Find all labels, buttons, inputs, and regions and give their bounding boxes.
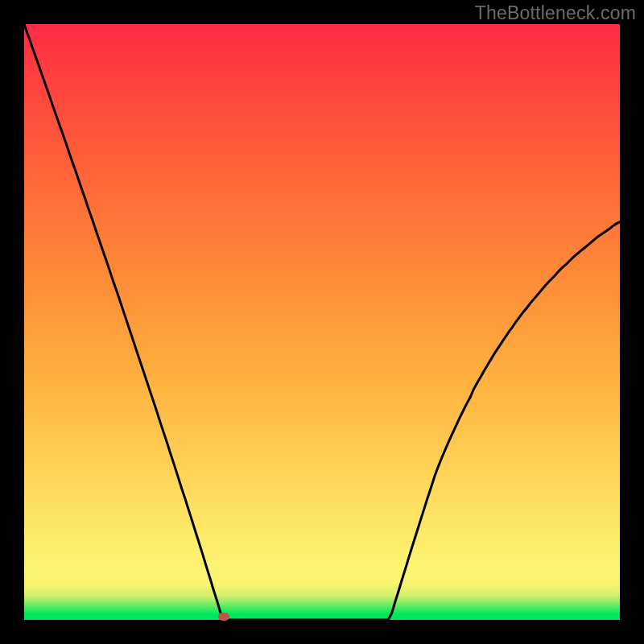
chart-frame: TheBottleneck.com	[0, 0, 644, 644]
chart-svg	[24, 24, 620, 620]
watermark-text: TheBottleneck.com	[475, 2, 636, 24]
plot-area	[24, 24, 620, 620]
gradient-background	[24, 24, 620, 620]
optimal-point-marker	[218, 613, 229, 621]
